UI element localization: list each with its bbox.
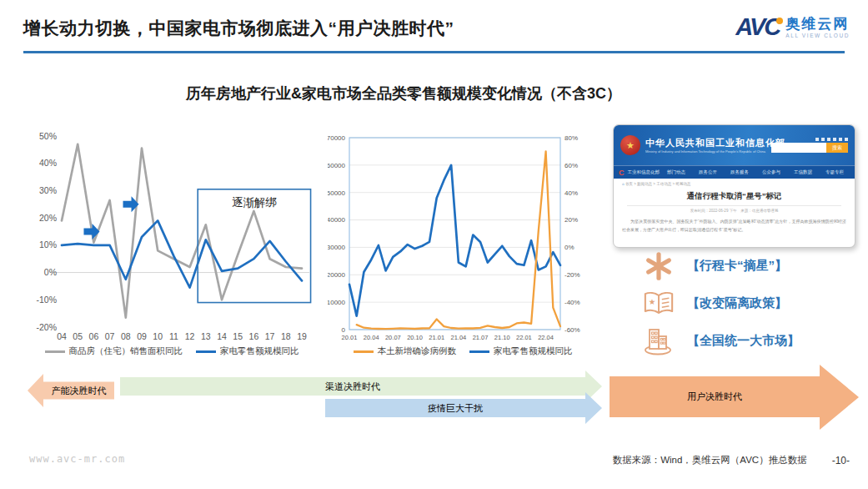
- miit-news-screenshot: ★ 中华人民共和国工业和信息化部 Ministry of Industry an…: [613, 124, 855, 248]
- svg-text:0%: 0%: [44, 267, 57, 277]
- svg-text:21.07: 21.07: [473, 334, 489, 341]
- bullet-row-market: 【全国统一大市场】: [640, 322, 859, 360]
- miit-article-meta: 发布时间：2022-06-29 下午 来源：信息通信管理局: [622, 209, 846, 213]
- footer-right: 数据来源：Wind，奥维云网（AVC）推总数据 -10-: [613, 454, 850, 466]
- svg-text:21.10: 21.10: [494, 334, 510, 341]
- svg-text:20%: 20%: [564, 216, 578, 224]
- avc-logo-abbr: AVC: [735, 15, 780, 39]
- svg-text:21.04: 21.04: [450, 334, 466, 341]
- svg-text:08: 08: [121, 331, 131, 341]
- miit-c-logo-icon: C: [619, 169, 625, 177]
- header-mini-icon: [827, 138, 830, 141]
- unified-market-icon: [640, 326, 677, 356]
- bullet-label-market: 【全国统一大市场】: [687, 333, 800, 349]
- legend-label-appliance: 家电零售额规模同比: [220, 345, 299, 357]
- title-underline: [23, 51, 845, 53]
- legend-item-housing: 商品房（住宅）销售面积同比: [45, 345, 183, 357]
- svg-text:80%: 80%: [564, 134, 578, 142]
- svg-text:10%: 10%: [39, 239, 57, 250]
- svg-text:12: 12: [185, 331, 195, 341]
- bullet-label-policy: 【改变隔离政策】: [687, 295, 787, 311]
- miit-site-name-en: Ministry of Industry and Information Tec…: [645, 149, 766, 154]
- svg-text:20.04: 20.04: [364, 334, 379, 341]
- svg-text:20.01: 20.01: [342, 334, 358, 341]
- miit-nav-item: 政务服务: [725, 169, 755, 175]
- svg-text:05: 05: [73, 331, 83, 341]
- legend-item-covid: 本土新增确诊病例数: [354, 345, 457, 357]
- legend-dash-gray: [45, 350, 65, 353]
- miit-nav-item: 部门动态: [661, 169, 691, 175]
- svg-text:09: 09: [137, 331, 147, 341]
- miit-nav-item: 专题专栏: [820, 169, 850, 175]
- capacity-era-label: 产能决胜时代: [43, 381, 114, 400]
- legend-dash-blue: [196, 350, 216, 353]
- svg-text:21.01: 21.01: [429, 334, 444, 341]
- housing-appliance-chart-legend: 商品房（住宅）销售面积同比 家电零售额规模同比: [21, 345, 323, 357]
- channel-era-label: 渠道决胜时代: [120, 377, 585, 396]
- svg-text:70000: 70000: [328, 134, 346, 142]
- user-era-label: 用户决胜时代: [610, 376, 820, 417]
- avc-logo-text: AVC: [735, 13, 780, 40]
- data-source-note: 数据来源：Wind，奥维云网（AVC）推总数据: [613, 454, 807, 466]
- legend-label-appliance2: 家电零售额规模同比: [494, 345, 573, 357]
- svg-text:-40%: -40%: [564, 299, 580, 306]
- miit-article-area: ⌂ 首页 > 新闻动态 > 工信动态 > 司局动态 通信行程卡取消“星号”标记 …: [614, 179, 855, 234]
- miit-site-titles: 中华人民共和国工业和信息化部 Ministry of Industry and …: [645, 137, 766, 154]
- legend-item-appliance2: 家电零售额规模同比: [469, 345, 573, 357]
- miit-nav-item: 工信数据: [788, 169, 818, 175]
- header-mini-icon: [845, 138, 848, 141]
- miit-search-input: [771, 143, 826, 153]
- policy-book-icon: ★: [640, 290, 677, 317]
- national-emblem-icon: ★: [620, 135, 640, 155]
- bullet-label-star: 【行程卡“摘星”】: [687, 258, 787, 274]
- svg-text:-20%: -20%: [36, 322, 57, 332]
- svg-text:60000: 60000: [328, 162, 346, 169]
- svg-text:50%: 50%: [39, 131, 57, 141]
- svg-text:40%: 40%: [39, 158, 57, 168]
- svg-text:04: 04: [57, 331, 67, 341]
- svg-text:-20%: -20%: [564, 271, 580, 279]
- miit-header-links-icons: [815, 138, 848, 141]
- logo-name-en: ALL VIEW CLOUD: [785, 33, 850, 38]
- svg-text:-60%: -60%: [564, 326, 580, 334]
- header-mini-icon: [821, 138, 825, 141]
- legend-dash-orange: [354, 350, 374, 353]
- miit-search-bar: 搜索: [771, 143, 848, 153]
- svg-text:-10%: -10%: [36, 295, 57, 305]
- site-url: www.avc-mr.com: [29, 453, 125, 465]
- svg-text:07: 07: [105, 331, 115, 341]
- svg-text:20%: 20%: [39, 213, 57, 223]
- svg-text:10000: 10000: [328, 299, 346, 306]
- miit-article-body: 为坚决贯彻落实党中央、国务院关于“外防输入、内防反弹”总策略和“动态清零”总方针…: [622, 218, 846, 234]
- header-mini-icon: [815, 138, 819, 141]
- logo-orange-dot-icon: [776, 18, 783, 24]
- covid-appliance-chart-legend: 本土新增确诊病例数 家电零售额规模同比: [328, 345, 598, 357]
- svg-text:30%: 30%: [39, 185, 57, 195]
- svg-text:★: ★: [649, 297, 656, 306]
- svg-text:18: 18: [281, 331, 291, 341]
- legend-label-housing: 商品房（住宅）销售面积同比: [69, 345, 183, 357]
- svg-text:22.04: 22.04: [538, 334, 554, 341]
- page-title: 增长动力切换，中国家电市场彻底进入“用户决胜时代”: [23, 17, 454, 40]
- svg-text:50000: 50000: [328, 189, 346, 197]
- svg-text:06: 06: [89, 331, 99, 341]
- housing-appliance-chart: 50%40%30%20%10%0%-10%-20%040506070809101…: [21, 125, 323, 357]
- housing-appliance-chart-plot: 50%40%30%20%10%0%-10%-20%040506070809101…: [21, 125, 323, 344]
- policy-bullets: 【行程卡“摘星”】 ★ 【改变隔离政策】: [640, 247, 859, 360]
- svg-text:13: 13: [201, 331, 211, 341]
- svg-text:15: 15: [233, 331, 243, 341]
- svg-text:逐渐解绑: 逐渐解绑: [232, 196, 277, 209]
- page-number: -10-: [832, 455, 850, 466]
- legend-item-appliance: 家电零售额规模同比: [196, 345, 299, 357]
- svg-text:60%: 60%: [564, 162, 578, 169]
- section-title: 历年房地产行业&家电市场全品类零售额规模变化情况（不含3C）: [103, 83, 704, 103]
- miit-nav-item: 政务公开: [693, 169, 723, 175]
- logo-name-cn: 奥维云网: [785, 16, 850, 33]
- header-mini-icon: [833, 138, 836, 141]
- legend-dash-blue2: [469, 350, 489, 353]
- svg-text:30000: 30000: [328, 244, 346, 251]
- covid-disruption-label: 疫情巨大干扰: [325, 399, 585, 417]
- miit-search-button: 搜索: [826, 143, 848, 153]
- bullet-row-policy: ★ 【改变隔离政策】: [640, 285, 859, 322]
- miit-site-name: 中华人民共和国工业和信息化部: [645, 137, 766, 149]
